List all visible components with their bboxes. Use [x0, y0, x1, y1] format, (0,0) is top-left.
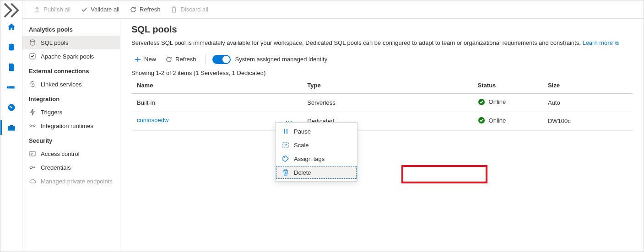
highlight-box: [401, 165, 487, 183]
svg-point-11: [30, 166, 32, 169]
refresh-list-button[interactable]: Refresh: [162, 54, 199, 65]
ctx-delete-label: Delete: [294, 169, 311, 176]
document-icon: [7, 63, 16, 72]
access-icon: [29, 150, 36, 157]
ctx-scale[interactable]: Scale: [276, 138, 357, 152]
page-actions: New Refresh System assigned managed iden…: [131, 54, 633, 65]
section-security: Security: [22, 133, 120, 147]
validate-all-button[interactable]: Validate all: [77, 4, 123, 15]
nav-spark-pools-label: Apache Spark pools: [41, 53, 94, 60]
scale-icon: [282, 141, 289, 149]
refresh-button[interactable]: Refresh: [126, 4, 164, 15]
database-icon: [7, 43, 16, 52]
identity-toggle-label: System assigned managed identity: [235, 56, 328, 63]
icon-rail: [0, 0, 22, 252]
nav-access-label: Access control: [41, 150, 80, 157]
svg-point-5: [30, 40, 35, 42]
trash-icon: [282, 169, 289, 176]
section-analytics-pools: Analytics pools: [22, 21, 120, 36]
table-row[interactable]: contosoedw Dedicated Online: [131, 112, 633, 130]
success-icon: [478, 117, 485, 124]
cell-status: Online: [472, 93, 542, 112]
rail-data[interactable]: [0, 37, 22, 57]
learn-more-link[interactable]: Learn more ⧉: [582, 39, 619, 46]
publish-all-button[interactable]: Publish all: [30, 4, 74, 15]
cell-size: DW100c: [542, 112, 633, 130]
nav-triggers-label: Triggers: [41, 109, 62, 116]
expand-rail-button[interactable]: [0, 3, 22, 17]
key-icon: [29, 164, 36, 171]
page-description: Serverless SQL pool is immediately avail…: [131, 38, 633, 48]
home-icon: [7, 22, 16, 32]
th-name[interactable]: Name: [131, 77, 302, 94]
svg-point-10: [31, 153, 32, 155]
nav-linked-label: Linked services: [41, 81, 82, 88]
th-status[interactable]: Status: [472, 77, 542, 94]
table-row[interactable]: Built-in Serverless Online Auto: [131, 93, 633, 112]
nav-access-control[interactable]: Access control: [22, 147, 120, 161]
pipeline-icon: [7, 83, 16, 92]
nav-triggers[interactable]: Triggers: [22, 105, 120, 119]
action-separator: [206, 54, 206, 64]
nav-sql-pools[interactable]: SQL pools: [22, 36, 120, 49]
sidebar-nav: Analytics pools SQL pools Apache Spark p…: [22, 19, 120, 252]
svg-point-7: [30, 125, 32, 127]
external-icon: ⧉: [614, 40, 619, 46]
nav-credentials[interactable]: Credentials: [22, 161, 120, 174]
ctx-tags-label: Assign tags: [294, 155, 325, 162]
ctx-pause[interactable]: Pause: [276, 124, 357, 138]
svg-point-15: [291, 120, 292, 121]
cell-status: Online: [472, 112, 542, 130]
nav-ir-label: Integration runtimes: [41, 123, 93, 129]
rail-monitor[interactable]: [0, 97, 22, 118]
link-icon: [29, 80, 36, 88]
upload-icon: [33, 6, 41, 13]
validate-label: Validate all: [91, 6, 119, 13]
success-icon: [478, 98, 485, 106]
pools-table: Name Type Status Size Built-in Serverles…: [131, 77, 633, 131]
nav-mpe-label: Managed private endpoints: [41, 178, 113, 185]
gauge-icon: [7, 103, 16, 112]
toolbox-icon: [7, 123, 16, 132]
new-label: New: [144, 56, 156, 63]
rail-integrate[interactable]: [0, 77, 22, 97]
ctx-assign-tags[interactable]: Assign tags: [276, 152, 357, 166]
rail-develop[interactable]: [0, 57, 22, 77]
svg-point-8: [33, 125, 35, 127]
svg-point-14: [288, 120, 289, 121]
spark-icon: [29, 53, 36, 60]
content-area: SQL pools Serverless SQL pool is immedia…: [120, 19, 644, 252]
nav-mpe[interactable]: Managed private endpoints: [22, 174, 120, 188]
refresh-list-label: Refresh: [175, 56, 196, 63]
top-toolbar: Publish all Validate all Refresh Discard…: [22, 0, 644, 19]
refresh-label: Refresh: [140, 6, 161, 13]
th-size[interactable]: Size: [542, 77, 633, 94]
nav-linked-services[interactable]: Linked services: [22, 77, 120, 91]
identity-toggle[interactable]: [212, 55, 231, 64]
nav-spark-pools[interactable]: Apache Spark pools: [22, 49, 120, 63]
publish-label: Publish all: [43, 6, 70, 13]
svg-point-13: [286, 120, 287, 121]
ctx-pause-label: Pause: [294, 128, 311, 135]
pool-link[interactable]: contosoedw: [137, 117, 168, 123]
sql-pool-icon: [29, 39, 36, 46]
rail-manage[interactable]: [0, 118, 22, 138]
nav-ir[interactable]: Integration runtimes: [22, 119, 120, 133]
refresh-icon: [165, 56, 173, 63]
svg-rect-4: [8, 128, 15, 128]
cell-name: Built-in: [131, 93, 302, 112]
check-icon: [81, 6, 88, 13]
ctx-delete[interactable]: Delete: [276, 166, 357, 179]
refresh-icon: [130, 6, 137, 13]
section-integration: Integration: [22, 91, 120, 105]
cloud-icon: [29, 177, 36, 185]
discard-all-button[interactable]: Discard all: [167, 4, 212, 15]
rail-home[interactable]: [0, 17, 22, 37]
th-type[interactable]: Type: [302, 77, 472, 94]
tag-icon: [282, 155, 289, 162]
svg-point-3: [11, 107, 12, 108]
new-button[interactable]: New: [131, 54, 159, 65]
plus-icon: [134, 56, 141, 63]
bolt-icon: [29, 108, 36, 116]
ctx-scale-label: Scale: [294, 142, 309, 149]
